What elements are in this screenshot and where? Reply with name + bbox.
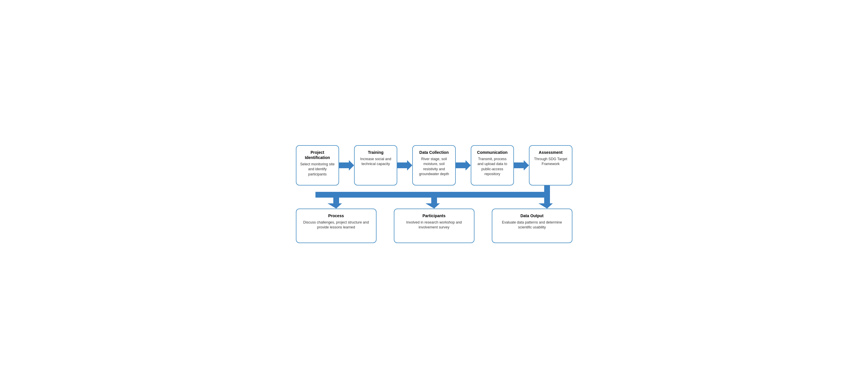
arrow-4 xyxy=(514,160,529,171)
arrow-icon-3 xyxy=(456,160,471,171)
box-training-title: Training xyxy=(368,150,383,155)
bottom-row: Process Discuss challenges, project stru… xyxy=(296,208,572,243)
arrow-3 xyxy=(456,160,471,171)
svg-rect-4 xyxy=(544,186,550,192)
box-data-output-body: Evaluate data patterns and determine sci… xyxy=(496,220,568,230)
arrow-2 xyxy=(397,160,412,171)
svg-marker-3 xyxy=(514,160,529,170)
arrow-icon-4 xyxy=(514,160,529,171)
box-project-identification-title: Project Identification xyxy=(300,150,335,160)
box-process-title: Process xyxy=(328,213,344,218)
diagram-container: Project Identification Select monitoring… xyxy=(296,145,572,243)
box-training-body: Increase social and technical capacity xyxy=(358,157,393,167)
box-data-output-title: Data Output xyxy=(520,213,543,218)
svg-rect-10 xyxy=(544,198,550,203)
svg-marker-1 xyxy=(397,160,412,170)
box-data-output: Data Output Evaluate data patterns and d… xyxy=(492,208,572,243)
box-participants-body: Involved in research workshop and involv… xyxy=(398,220,470,230)
box-communication-body: Transmit, process and upload data to pub… xyxy=(475,157,510,177)
box-data-collection-body: River stage, soil moisture, soil resisti… xyxy=(416,157,452,177)
top-row: Project Identification Select monitoring… xyxy=(296,145,572,186)
svg-rect-5 xyxy=(315,192,550,198)
svg-marker-2 xyxy=(456,160,471,170)
svg-rect-6 xyxy=(333,198,339,203)
box-project-identification-body: Select monitoring site and identify part… xyxy=(300,162,335,177)
arrow-icon-2 xyxy=(397,160,412,171)
box-process: Process Discuss challenges, project stru… xyxy=(296,208,376,243)
box-data-collection: Data Collection River stage, soil moistu… xyxy=(412,145,456,186)
box-assessment-title: Assessment xyxy=(539,150,563,155)
svg-marker-9 xyxy=(426,203,440,208)
svg-marker-7 xyxy=(328,203,342,208)
box-assessment: Assessment Through SDG Target Framework xyxy=(529,145,572,186)
box-communication-title: Communication xyxy=(477,150,507,155)
box-data-collection-title: Data Collection xyxy=(420,150,449,155)
svg-rect-8 xyxy=(431,198,437,203)
box-participants-title: Participants xyxy=(422,213,445,218)
box-communication: Communication Transmit, process and uplo… xyxy=(471,145,514,186)
box-participants: Participants Involved in research worksh… xyxy=(394,208,474,243)
arrow-1 xyxy=(339,160,354,171)
svg-marker-0 xyxy=(339,160,354,170)
arrow-icon-1 xyxy=(339,160,354,171)
box-assessment-body: Through SDG Target Framework xyxy=(533,157,568,167)
box-training: Training Increase social and technical c… xyxy=(354,145,397,186)
box-project-identification: Project Identification Select monitoring… xyxy=(296,145,339,186)
box-process-body: Discuss challenges, project structure an… xyxy=(301,220,372,230)
connector-row xyxy=(296,186,572,208)
svg-marker-11 xyxy=(538,203,553,208)
connector-svg xyxy=(296,186,572,208)
